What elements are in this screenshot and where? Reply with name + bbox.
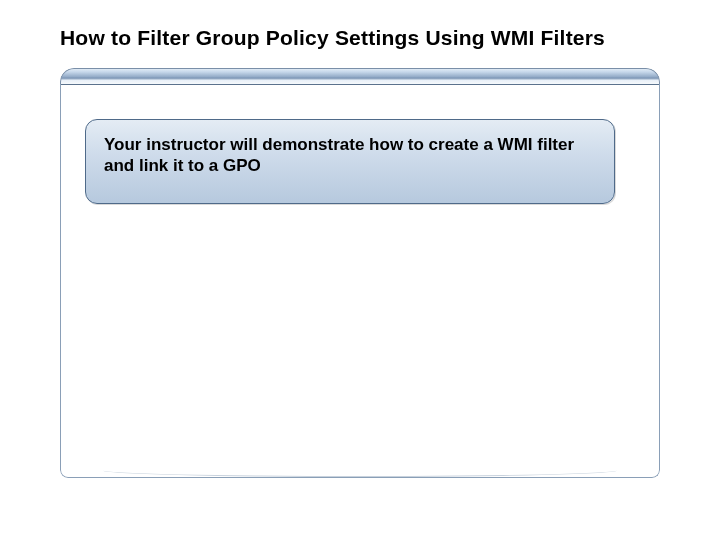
frame-top-bar (60, 68, 660, 84)
instructor-callout: Your instructor will demonstrate how to … (85, 119, 615, 204)
slide-title: How to Filter Group Policy Settings Usin… (60, 26, 660, 50)
frame-body: Your instructor will demonstrate how to … (60, 84, 660, 478)
content-frame: Your instructor will demonstrate how to … (60, 68, 660, 478)
slide: How to Filter Group Policy Settings Usin… (0, 0, 720, 540)
callout-text: Your instructor will demonstrate how to … (104, 134, 596, 177)
